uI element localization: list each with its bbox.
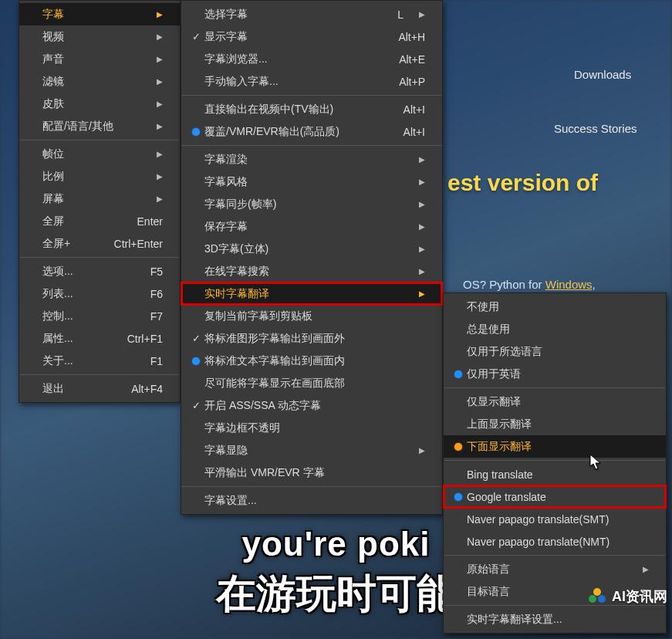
menu-item-label: 字幕同步(帧率) — [204, 198, 404, 211]
menu-item-label: 控制... — [42, 309, 135, 323]
main-menu-item-8[interactable]: 比例▶ — [19, 165, 180, 188]
bg-heading: est version of — [447, 170, 598, 196]
menu-item-indicator — [187, 357, 204, 365]
subtitle-menu-item-22[interactable]: 平滑输出 VMR/EVR 字幕 — [181, 462, 442, 484]
subtitle-menu-item-14[interactable]: 实时字幕翻译▶ — [181, 282, 442, 305]
menu-item-indicator: ✓ — [187, 333, 204, 344]
subtitle-menu-item-5[interactable]: 直接输出在视频中(TV输出)Alt+I — [181, 98, 442, 120]
subtitle-menu-item-21[interactable]: 字幕显隐▶ — [181, 439, 442, 462]
main-menu-item-7[interactable]: 帧位▶ — [19, 143, 180, 165]
bg-os-line: OS? Python for Windows, — [463, 278, 596, 291]
main-menu-item-3[interactable]: 滤镜▶ — [19, 70, 180, 93]
translate-menu-item-10[interactable]: Google translate — [444, 485, 666, 508]
bg-nav-stories: Success Stories — [554, 122, 637, 135]
menu-item-label: 退出 — [42, 382, 116, 396]
menu-item-accelerator: Alt+P — [399, 76, 425, 88]
menu-item-label: 在线字幕搜索 — [204, 265, 404, 279]
subtitle-menu-item-10[interactable]: 字幕同步(帧率)▶ — [181, 193, 442, 215]
watermark: AI资讯网 — [587, 587, 667, 607]
main-menu-item-17[interactable]: 关于...F1 — [19, 350, 180, 372]
main-menu-item-13[interactable]: 选项...F5 — [19, 260, 180, 282]
translate-menu-item-5[interactable]: 仅显示翻译 — [444, 390, 666, 413]
subtitle-menu-item-9[interactable]: 字幕风格▶ — [181, 171, 442, 193]
translate-menu-item-11[interactable]: Naver papago translate(SMT) — [444, 508, 666, 530]
translate-menu-item-3[interactable]: 仅用于英语 — [444, 363, 666, 385]
menu-item-label: 将标准文本字幕输出到画面内 — [204, 354, 425, 368]
menu-item-label: 皮肤 — [42, 97, 141, 111]
check-icon: ✓ — [192, 333, 201, 344]
main-menu-item-2[interactable]: 声音▶ — [19, 48, 180, 70]
menu-item-label: 3D字幕(立体) — [204, 242, 404, 256]
menu-item-label: 实时字幕翻译设置... — [467, 613, 649, 627]
radio-icon — [454, 370, 462, 378]
main-menu-item-5[interactable]: 配置/语言/其他▶ — [19, 115, 180, 137]
menu-item-label: 下面显示翻译 — [467, 440, 649, 454]
svg-point-2 — [598, 595, 606, 603]
menu-item-label: 直接输出在视频中(TV输出) — [204, 103, 388, 117]
subtitle-menu-item-0[interactable]: 选择字幕L▶ — [181, 3, 442, 25]
subtitle-menu-item-6[interactable]: 覆盖/VMR/EVR输出(高品质)Alt+I — [181, 120, 442, 143]
submenu-arrow-icon: ▶ — [419, 178, 425, 186]
subtitle-menu-item-11[interactable]: 保存字幕▶ — [181, 215, 442, 238]
main-menu-item-14[interactable]: 列表...F6 — [19, 282, 180, 305]
menu-item-indicator: ✓ — [187, 31, 204, 42]
submenu-arrow-icon: ▶ — [419, 222, 425, 231]
translate-menu-item-9[interactable]: Bing translate — [444, 463, 666, 485]
menu-item-label: 视频 — [42, 30, 141, 44]
main-menu-item-15[interactable]: 控制...F7 — [19, 305, 180, 327]
translate-menu-item-7[interactable]: 下面显示翻译 — [444, 435, 666, 458]
subtitle-menu-item-8[interactable]: 字幕渲染▶ — [181, 148, 442, 171]
submenu-arrow-icon: ▶ — [419, 245, 425, 253]
translate-menu-separator — [444, 460, 665, 461]
translate-menu-item-6[interactable]: 上面显示翻译 — [444, 413, 666, 435]
menu-item-indicator — [450, 443, 467, 451]
translate-menu-item-0[interactable]: 不使用 — [444, 296, 666, 318]
context-menu-main[interactable]: 字幕▶视频▶声音▶滤镜▶皮肤▶配置/语言/其他▶帧位▶比例▶屏幕▶全屏Enter… — [19, 0, 181, 403]
translate-menu-item-14[interactable]: 原始语言▶ — [444, 558, 666, 580]
submenu-arrow-icon: ▶ — [157, 194, 163, 203]
subtitle-menu-item-20[interactable]: 字幕边框不透明 — [181, 417, 442, 439]
main-menu-item-10[interactable]: 全屏Enter — [19, 210, 180, 232]
subtitle-menu-item-16[interactable]: ✓将标准图形字幕输出到画面外 — [181, 327, 442, 350]
subtitle-menu-item-2[interactable]: 字幕浏览器...Alt+E — [181, 48, 442, 70]
subtitle-menu-item-12[interactable]: 3D字幕(立体)▶ — [181, 238, 442, 260]
subtitle-menu-item-24[interactable]: 字幕设置... — [181, 489, 442, 512]
subtitle-menu-item-3[interactable]: 手动输入字幕...Alt+P — [181, 70, 442, 93]
translate-menu-item-2[interactable]: 仅用于所选语言 — [444, 340, 666, 363]
menu-item-label: 声音 — [42, 52, 141, 66]
menu-item-label: 手动输入字幕... — [204, 75, 383, 89]
translate-menu-item-1[interactable]: 总是使用 — [444, 318, 666, 340]
menu-item-label: 字幕渲染 — [204, 153, 404, 167]
main-menu-item-16[interactable]: 属性...Ctrl+F1 — [19, 327, 180, 350]
main-menu-item-0[interactable]: 字幕▶ — [19, 3, 180, 25]
menu-item-label: 字幕 — [42, 8, 141, 22]
subtitle-menu-item-15[interactable]: 复制当前字幕到剪贴板 — [181, 305, 442, 327]
main-menu-item-4[interactable]: 皮肤▶ — [19, 93, 180, 115]
subtitle-menu-item-13[interactable]: 在线字幕搜索▶ — [181, 260, 442, 282]
main-menu-item-11[interactable]: 全屏+Ctrl+Enter — [19, 232, 180, 255]
menu-item-label: Bing translate — [467, 468, 649, 481]
submenu-arrow-icon: ▶ — [419, 289, 425, 298]
menu-item-accelerator: F5 — [150, 265, 163, 278]
menu-item-indicator — [450, 493, 467, 501]
translate-menu-item-17[interactable]: 实时字幕翻译设置... — [444, 608, 666, 631]
subtitle-menu-item-17[interactable]: 将标准文本字幕输出到画面内 — [181, 350, 442, 372]
submenu-arrow-icon: ▶ — [419, 155, 425, 164]
main-menu-item-1[interactable]: 视频▶ — [19, 25, 180, 48]
main-menu-item-19[interactable]: 退出Alt+F4 — [19, 377, 180, 400]
subtitle-menu-item-1[interactable]: ✓显示字幕Alt+H — [181, 25, 442, 48]
submenu-realtime-translate[interactable]: 不使用总是使用仅用于所选语言仅用于英语仅显示翻译上面显示翻译下面显示翻译Bing… — [443, 292, 667, 634]
submenu-subtitle[interactable]: 选择字幕L▶✓显示字幕Alt+H字幕浏览器...Alt+E手动输入字幕...Al… — [181, 0, 443, 515]
menu-item-label: 字幕风格 — [204, 175, 404, 189]
menu-item-label: 保存字幕 — [204, 220, 404, 234]
submenu-arrow-icon: ▶ — [157, 77, 163, 86]
subtitle-menu-item-18[interactable]: 尽可能将字幕显示在画面底部 — [181, 372, 442, 394]
menu-item-label: 仅显示翻译 — [467, 395, 649, 409]
submenu-arrow-icon: ▶ — [419, 446, 425, 455]
menu-item-label: Naver papago translate(SMT) — [467, 513, 649, 526]
menu-item-accelerator: Alt+I — [404, 126, 425, 138]
main-menu-item-9[interactable]: 屏幕▶ — [19, 188, 180, 210]
menu-item-accelerator: Enter — [137, 215, 163, 228]
translate-menu-item-12[interactable]: Naver papago translate(NMT) — [444, 530, 666, 553]
subtitle-menu-item-19[interactable]: ✓开启 ASS/SSA 动态字幕 — [181, 394, 442, 417]
